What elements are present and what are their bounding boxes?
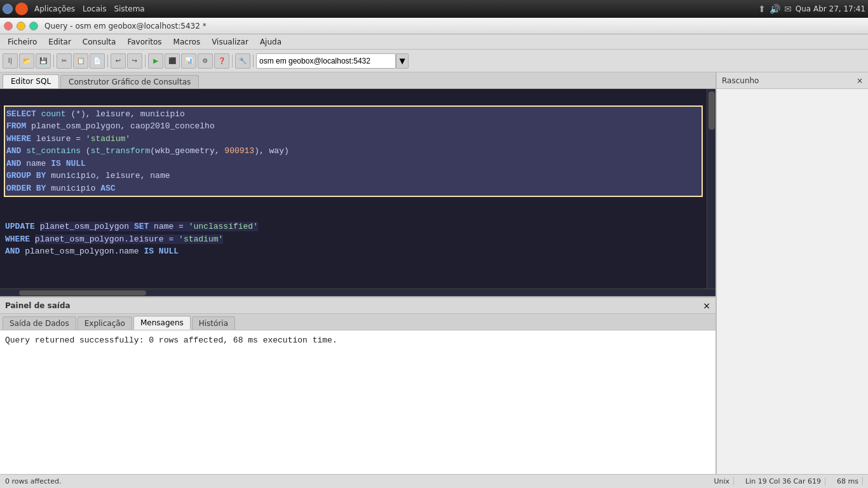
toolbar-sep-3 bbox=[145, 55, 146, 67]
toolbar-btn-redo[interactable]: ↪ bbox=[127, 53, 142, 69]
main-window: Query - osm em geobox@localhost:5432 * F… bbox=[0, 18, 868, 488]
horizontal-scrollbar[interactable] bbox=[0, 288, 715, 296]
editor-scrollbar[interactable] bbox=[707, 89, 715, 288]
toolbar-btn-explain[interactable]: 📊 bbox=[181, 53, 196, 69]
status-right: Unix Lin 19 Col 36 Car 619 68 ms bbox=[710, 477, 863, 485]
main-content: Editor SQL Construtor Gráfico de Consult… bbox=[0, 72, 868, 474]
window-title: Query - osm em geobox@localhost:5432 * bbox=[44, 22, 207, 30]
menu-locais[interactable]: Locais bbox=[83, 4, 106, 13]
system-tray: ⬆ 🔊 ✉ bbox=[758, 4, 791, 14]
status-encoding: Unix bbox=[710, 477, 734, 485]
toolbar-btn-run[interactable]: ▶ bbox=[148, 53, 163, 69]
output-panel: Painel de saída × Saída de Dados Explica… bbox=[0, 296, 715, 474]
sql-editor[interactable]: SELECT count (*), leisure, municipio FRO… bbox=[0, 89, 707, 288]
close-button[interactable] bbox=[4, 22, 13, 30]
output-panel-title: Painel de saída bbox=[5, 301, 71, 310]
maximize-button[interactable] bbox=[29, 22, 38, 30]
toolbar-btn-5[interactable]: 📋 bbox=[73, 53, 88, 69]
connection-dropdown[interactable]: ▼ bbox=[396, 53, 409, 69]
output-tabs: Saída de Dados Explicação Mensagens Hist… bbox=[0, 314, 715, 330]
volume-icon: 🔊 bbox=[770, 4, 780, 14]
rascunho-close-button[interactable]: × bbox=[857, 76, 863, 85]
menu-visualizar[interactable]: Visualizar bbox=[207, 36, 254, 48]
menu-consulta[interactable]: Consulta bbox=[78, 36, 121, 48]
toolbar-sep-2 bbox=[107, 55, 108, 67]
help-icon bbox=[3, 4, 13, 14]
h-scroll-thumb[interactable] bbox=[19, 290, 146, 295]
toolbar-btn-2[interactable]: 📂 bbox=[19, 53, 34, 69]
menu-favoritos[interactable]: Favoritos bbox=[122, 36, 166, 48]
editor-with-scroll: SELECT count (*), leisure, municipio FRO… bbox=[0, 89, 715, 288]
rascunho-content bbox=[717, 89, 868, 474]
menu-editar[interactable]: Editar bbox=[43, 36, 76, 48]
system-topbar: Aplicações Locais Sistema ⬆ 🔊 ✉ Qua Abr … bbox=[0, 0, 868, 18]
ubuntu-icon bbox=[15, 3, 28, 15]
toolbar-btn-undo[interactable]: ↩ bbox=[111, 53, 126, 69]
scrollbar-thumb[interactable] bbox=[709, 92, 715, 130]
tab-mensagens[interactable]: Mensagens bbox=[133, 316, 191, 330]
envelope-icon: ✉ bbox=[784, 4, 792, 14]
clock-display: Qua Abr 27, 17:41 bbox=[796, 4, 865, 13]
rascunho-panel: Rascunho × bbox=[715, 72, 868, 474]
output-content: Query returned successfully: 0 rows affe… bbox=[0, 330, 715, 474]
tab-grafico[interactable]: Construtor Gráfico de Consultas bbox=[60, 75, 199, 88]
menu-ajuda[interactable]: Ajuda bbox=[255, 36, 287, 48]
toolbar-btn-7[interactable]: ⚙ bbox=[198, 53, 213, 69]
output-close-button[interactable]: × bbox=[703, 301, 710, 311]
sql-select-block: SELECT count (*), leisure, municipio FRO… bbox=[4, 105, 703, 198]
toolbar-btn-1[interactable]: I| bbox=[3, 53, 18, 69]
toolbar-btn-4[interactable]: ✂ bbox=[57, 53, 72, 69]
tab-editor-sql[interactable]: Editor SQL bbox=[3, 74, 59, 88]
toolbar-sep-5 bbox=[253, 55, 254, 67]
output-message: Query returned successfully: 0 rows affe… bbox=[5, 336, 337, 345]
tab-explicacao[interactable]: Explicação bbox=[78, 316, 132, 330]
connection-select[interactable] bbox=[256, 53, 396, 69]
status-position: Lin 19 Col 36 Car 619 bbox=[742, 477, 825, 485]
editor-tabs: Editor SQL Construtor Gráfico de Consult… bbox=[0, 72, 715, 89]
system-icons bbox=[3, 3, 28, 15]
output-header: Painel de saída × bbox=[0, 297, 715, 314]
statusbar: 0 rows affected. Unix Lin 19 Col 36 Car … bbox=[0, 474, 868, 488]
tab-saida-dados[interactable]: Saída de Dados bbox=[3, 316, 76, 330]
menu-sistema[interactable]: Sistema bbox=[114, 4, 144, 13]
toolbar-sep-1 bbox=[53, 55, 54, 67]
network-icon: ⬆ bbox=[758, 4, 766, 14]
toolbar-btn-8[interactable]: ❓ bbox=[214, 53, 229, 69]
status-rows: 0 rows affected. bbox=[5, 477, 705, 485]
editor-column: Editor SQL Construtor Gráfico de Consult… bbox=[0, 72, 715, 474]
toolbar-btn-3[interactable]: 💾 bbox=[36, 53, 51, 69]
menu-macros[interactable]: Macros bbox=[168, 36, 206, 48]
toolbar: I| 📂 💾 ✂ 📋 📄 ↩ ↪ ▶ ⬛ 📊 ⚙ ❓ 🔧 ▼ bbox=[0, 50, 868, 72]
titlebar: Query - osm em geobox@localhost:5432 * bbox=[0, 18, 868, 34]
menu-ficheiro[interactable]: Ficheiro bbox=[3, 36, 42, 48]
system-clock: ⬆ 🔊 ✉ Qua Abr 27, 17:41 bbox=[758, 4, 865, 14]
minimize-button[interactable] bbox=[17, 22, 25, 30]
tab-historia[interactable]: História bbox=[192, 316, 235, 330]
status-timing: 68 ms bbox=[833, 477, 863, 485]
toolbar-btn-9[interactable]: 🔧 bbox=[235, 53, 250, 69]
toolbar-btn-stop[interactable]: ⬛ bbox=[165, 53, 180, 69]
rascunho-header: Rascunho × bbox=[717, 72, 868, 89]
menubar: Ficheiro Editar Consulta Favoritos Macro… bbox=[0, 34, 868, 50]
system-apps[interactable]: Aplicações Locais Sistema bbox=[34, 4, 145, 13]
menu-aplicacoes[interactable]: Aplicações bbox=[34, 4, 75, 13]
toolbar-btn-6[interactable]: 📄 bbox=[90, 53, 105, 69]
rascunho-title: Rascunho bbox=[722, 76, 759, 85]
toolbar-sep-4 bbox=[232, 55, 233, 67]
